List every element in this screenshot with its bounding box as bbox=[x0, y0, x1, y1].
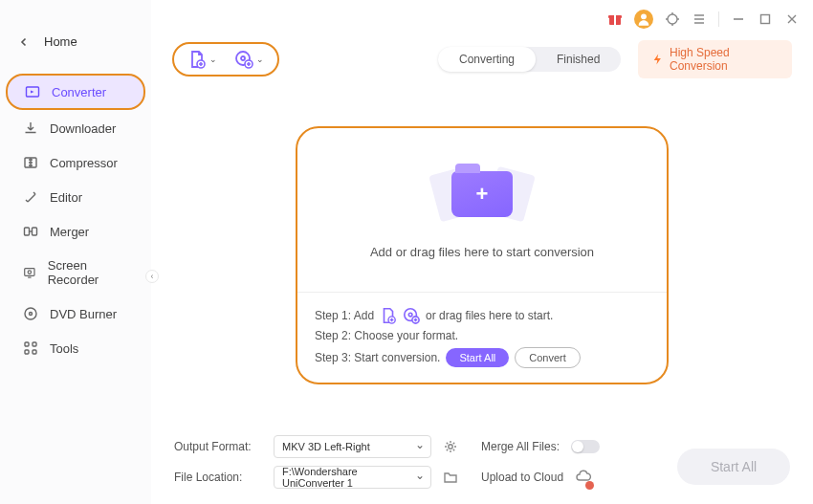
svg-rect-14 bbox=[614, 15, 616, 25]
drop-panel: + Add or drag files here to start conver… bbox=[296, 126, 669, 384]
sidebar-item-label: Screen Recorder bbox=[48, 258, 128, 287]
user-avatar[interactable] bbox=[634, 10, 653, 29]
gear-icon[interactable] bbox=[443, 439, 458, 454]
sidebar-item-editor[interactable]: Editor bbox=[6, 181, 145, 213]
output-format-select[interactable]: MKV 3D Left-Right bbox=[274, 435, 431, 458]
svg-point-16 bbox=[668, 14, 677, 24]
start-all-button[interactable]: Start All bbox=[677, 449, 790, 485]
svg-point-15 bbox=[641, 13, 647, 19]
step-2: Step 2: Choose your format. bbox=[315, 329, 649, 342]
svg-point-26 bbox=[449, 445, 452, 449]
merge-files-toggle[interactable] bbox=[571, 440, 600, 453]
sidebar-item-screen-recorder[interactable]: Screen Recorder bbox=[6, 250, 145, 296]
file-location-select[interactable]: F:\Wondershare UniConverter 1 bbox=[274, 466, 431, 489]
sidebar-item-label: Downloader bbox=[50, 121, 116, 136]
gift-icon[interactable] bbox=[607, 11, 623, 27]
sidebar-item-merger[interactable]: Merger bbox=[6, 215, 145, 248]
svg-point-7 bbox=[30, 313, 33, 316]
support-icon[interactable] bbox=[665, 11, 680, 27]
add-disc-button[interactable]: ⌄ bbox=[234, 50, 264, 69]
sidebar-item-label: Compressor bbox=[50, 156, 118, 170]
dvd-burner-icon bbox=[23, 306, 38, 321]
file-location-label: File Location: bbox=[174, 471, 262, 484]
add-file-icon bbox=[187, 50, 207, 69]
step-3: Step 3: Start conversion. Start All Conv… bbox=[315, 347, 649, 368]
folder-icon: + bbox=[451, 171, 513, 217]
editor-icon bbox=[23, 189, 38, 205]
folder-open-icon[interactable] bbox=[443, 470, 458, 485]
step2-text: Step 2: Choose your format. bbox=[315, 329, 458, 342]
add-disc-icon[interactable] bbox=[403, 307, 420, 324]
steps-section: Step 1: Add or drag files here to start.… bbox=[297, 292, 667, 383]
sidebar-home[interactable]: Home bbox=[0, 29, 151, 55]
svg-rect-3 bbox=[33, 228, 37, 235]
drop-area[interactable]: + Add or drag files here to start conver… bbox=[297, 128, 667, 292]
svg-rect-17 bbox=[761, 15, 770, 24]
drop-text: Add or drag files here to start conversi… bbox=[370, 245, 594, 259]
chevron-left-icon bbox=[19, 37, 29, 47]
upload-cloud-label: Upload to Cloud bbox=[481, 471, 563, 484]
cloud-upload-button[interactable] bbox=[575, 468, 592, 488]
bottom-bar: Output Format: MKV 3D Left-Right Merge A… bbox=[151, 426, 813, 504]
add-buttons-group: ⌄ ⌄ bbox=[172, 42, 279, 77]
high-speed-label: High Speed Conversion bbox=[670, 46, 779, 73]
sidebar-item-label: Editor bbox=[50, 190, 82, 205]
conversion-tabs: Converting Finished bbox=[438, 47, 621, 72]
notification-dot bbox=[585, 481, 594, 490]
minimize-icon[interactable] bbox=[731, 11, 746, 27]
tools-icon bbox=[23, 340, 38, 356]
sidebar-item-dvd-burner[interactable]: DVD Burner bbox=[6, 297, 145, 330]
add-file-button[interactable]: ⌄ bbox=[187, 50, 217, 69]
svg-rect-10 bbox=[25, 350, 29, 354]
compressor-icon bbox=[23, 155, 38, 170]
step1-suffix: or drag files here to start. bbox=[426, 309, 553, 322]
tab-finished[interactable]: Finished bbox=[536, 47, 621, 72]
close-icon[interactable] bbox=[784, 11, 800, 27]
high-speed-button[interactable]: High Speed Conversion bbox=[638, 40, 792, 78]
step1-prefix: Step 1: Add bbox=[315, 309, 374, 322]
svg-rect-4 bbox=[25, 269, 34, 276]
divider bbox=[718, 11, 719, 27]
folder-illustration: + bbox=[425, 161, 539, 228]
svg-rect-8 bbox=[25, 342, 29, 346]
maximize-icon[interactable] bbox=[758, 11, 773, 27]
svg-point-5 bbox=[28, 271, 31, 274]
menu-icon[interactable] bbox=[692, 11, 707, 27]
svg-point-20 bbox=[241, 56, 245, 60]
svg-point-6 bbox=[25, 308, 36, 319]
screen-recorder-icon bbox=[23, 265, 36, 280]
sidebar: Home Converter Downloader Compressor Edi… bbox=[0, 0, 151, 504]
lightning-icon bbox=[651, 53, 664, 66]
chevron-down-icon: ⌄ bbox=[209, 55, 217, 64]
svg-point-24 bbox=[408, 313, 412, 317]
merge-files-label: Merge All Files: bbox=[481, 440, 560, 453]
tab-converting[interactable]: Converting bbox=[438, 47, 536, 72]
svg-rect-11 bbox=[33, 350, 36, 354]
start-all-pill[interactable]: Start All bbox=[446, 348, 509, 367]
add-disc-icon bbox=[234, 50, 253, 69]
toolbar: ⌄ ⌄ Converting Finished High Speed Conve… bbox=[172, 40, 792, 78]
output-format-label: Output Format: bbox=[174, 440, 262, 453]
sidebar-item-label: DVD Burner bbox=[50, 307, 117, 321]
sidebar-home-label: Home bbox=[44, 34, 77, 49]
add-file-icon[interactable] bbox=[380, 307, 397, 324]
svg-rect-9 bbox=[33, 342, 36, 346]
svg-rect-2 bbox=[25, 228, 30, 235]
chevron-down-icon: ⌄ bbox=[256, 55, 264, 64]
sidebar-item-compressor[interactable]: Compressor bbox=[6, 146, 145, 179]
sidebar-item-label: Tools bbox=[50, 341, 78, 356]
sidebar-item-downloader[interactable]: Downloader bbox=[6, 112, 145, 144]
plus-icon: + bbox=[476, 182, 489, 207]
sidebar-item-label: Merger bbox=[50, 225, 89, 239]
converter-icon bbox=[25, 84, 40, 99]
sidebar-item-tools[interactable]: Tools bbox=[6, 332, 145, 364]
downloader-icon bbox=[23, 121, 38, 136]
merger-icon bbox=[23, 224, 38, 239]
titlebar bbox=[607, 10, 800, 29]
convert-pill[interactable]: Convert bbox=[515, 347, 581, 368]
step-1: Step 1: Add or drag files here to start. bbox=[315, 307, 649, 324]
step3-text: Step 3: Start conversion. bbox=[315, 351, 440, 364]
sidebar-item-converter[interactable]: Converter bbox=[6, 74, 145, 110]
sidebar-item-label: Converter bbox=[52, 85, 106, 99]
